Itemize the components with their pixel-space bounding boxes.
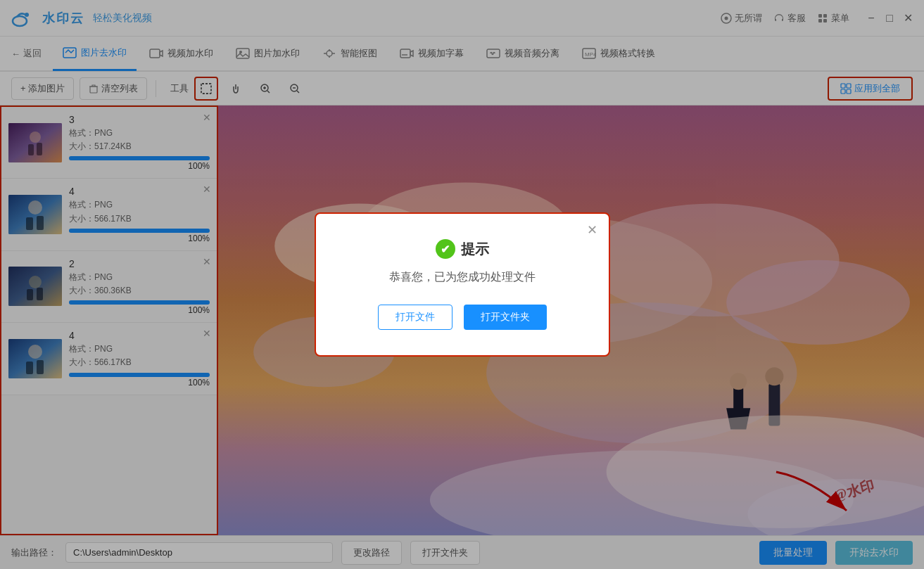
success-icon: ✔: [436, 239, 455, 259]
modal-message: 恭喜您，已为您成功处理文件: [350, 270, 575, 285]
modal-title: ✔ 提示: [350, 239, 575, 259]
open-file-btn[interactable]: 打开文件: [378, 305, 452, 330]
modal-buttons: 打开文件 打开文件夹: [350, 305, 575, 330]
modal-close-btn[interactable]: ✕: [587, 222, 597, 238]
open-folder-modal-btn[interactable]: 打开文件夹: [464, 305, 547, 330]
modal-overlay: ✕ ✔ 提示 恭喜您，已为您成功处理文件 打开文件 打开文件夹: [0, 0, 924, 569]
success-modal: ✕ ✔ 提示 恭喜您，已为您成功处理文件 打开文件 打开文件夹: [315, 212, 610, 357]
